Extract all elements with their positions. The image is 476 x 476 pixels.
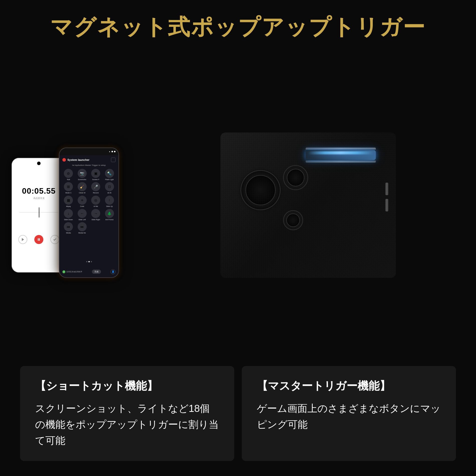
phone2-status-bar: ▲ xyxy=(59,148,118,155)
footer-left: ✓ 应用至其他应用程序 xyxy=(62,270,82,273)
card-trigger-title: 【マスタートリガー機能】 xyxy=(257,379,441,393)
list-item[interactable]: ⊡ de AI xyxy=(103,182,116,194)
slide-right-icon: → xyxy=(91,209,100,218)
list-item[interactable]: ⊞ Mode C xyxy=(62,182,75,194)
phone1-notch xyxy=(37,162,41,165)
launcher-panel: System launcher he top/bottom Master Tri… xyxy=(59,155,118,277)
mode-c-label: Mode C xyxy=(65,192,72,194)
card-shortcut: 【ショートカット機能】 スクリーンショット、ライトなど18個の機能をポップアップ… xyxy=(20,366,234,461)
phones-area: 00:05.55 高品質音楽 xyxy=(0,133,130,278)
wifi-icon xyxy=(111,151,113,152)
pause-button[interactable] xyxy=(34,235,43,244)
we-label: nt We xyxy=(93,205,98,207)
slide-up-label: Slide Up xyxy=(106,205,113,207)
phone1-waveform xyxy=(19,205,59,220)
page-dot-2 xyxy=(88,261,90,262)
slide-left-label: Slide Left xyxy=(78,219,86,221)
list-item[interactable]: ⏭ Media Ne xyxy=(76,222,88,234)
list-item[interactable]: ⏮ Media xyxy=(62,222,75,234)
svg-rect-2 xyxy=(39,238,40,241)
page-wrapper: マグネット式ポップアップトリガー 00:05.55 高品質音楽 xyxy=(0,0,476,476)
ant-forest-label: Ant Forest xyxy=(105,219,113,221)
avatar-icon: 👤 xyxy=(110,269,115,274)
null-icon: ⊘ xyxy=(64,169,73,178)
flash-light-label: Flash Light xyxy=(105,179,114,181)
list-item[interactable]: ↑ Slide Up xyxy=(103,196,116,207)
done-button[interactable]: 完成 xyxy=(92,270,101,274)
alipay-label: Alipay xyxy=(66,205,71,207)
card-trigger-body: ゲーム画面上のさまざまなボタンにマッピング可能 xyxy=(257,400,441,432)
media-next-label: Media Ne xyxy=(78,232,86,234)
launcher-footer: ✓ 应用至其他应用程序 完成 👤 xyxy=(59,269,118,274)
clean-m-icon: 🧹 xyxy=(78,182,87,191)
list-item[interactable]: 📷 Screensho xyxy=(76,169,88,181)
status-icons: ▲ xyxy=(109,151,115,152)
list-item[interactable]: ◎ nt We xyxy=(90,196,102,207)
media-prev-label: Media xyxy=(66,232,71,234)
launcher-instruction: he top/bottom Master Trigger to setup xyxy=(61,164,116,166)
svg-marker-0 xyxy=(22,238,24,241)
phone1-subtitle: 高品質音楽 xyxy=(33,197,45,200)
play-button[interactable] xyxy=(18,235,27,244)
slide-up-icon: ↑ xyxy=(105,196,114,205)
check-button[interactable] xyxy=(50,235,59,244)
launcher-corner-button[interactable] xyxy=(111,158,115,162)
media-next-icon: ⏭ xyxy=(78,222,87,231)
page-title: マグネット式ポップアップトリガー xyxy=(50,15,426,39)
list-item[interactable]: 🔦 Flash Light xyxy=(103,169,116,181)
list-item[interactable]: 🎤 Record xyxy=(90,182,102,194)
flash-light-icon: 🔦 xyxy=(105,169,114,178)
list-item[interactable]: ← Slide Left xyxy=(76,209,88,221)
launcher-grid: ⊘ Null 📷 Screensho ▣ Screen F 🔦 xyxy=(61,169,116,234)
ai-icon: ⊡ xyxy=(105,182,114,191)
mode-c-icon: ⊞ xyxy=(64,182,73,191)
list-item[interactable]: ⊘ Null xyxy=(62,169,75,181)
page-indicators xyxy=(59,261,118,262)
svg-rect-3 xyxy=(220,133,396,278)
screen-f-label: Screen F xyxy=(92,179,99,181)
slide-left-icon: ← xyxy=(78,209,87,218)
list-item[interactable]: ▣ Screen F xyxy=(90,169,102,181)
phone1-time: 00:05.55 xyxy=(22,186,56,196)
record-icon: 🎤 xyxy=(91,182,100,191)
code-label: Code xyxy=(80,205,84,207)
clean-m-label: Clean M xyxy=(79,192,85,194)
record-label: Record xyxy=(93,192,99,194)
phone1: 00:05.55 高品質音楽 xyxy=(11,158,66,273)
phone2: ▲ System launcher he top/bottom Master T… xyxy=(59,148,119,278)
list-item[interactable]: ▦ Alipay xyxy=(62,196,75,207)
card-trigger: 【マスタートリガー機能】 ゲーム画面上のさまざまなボタンにマッピング可能 xyxy=(242,366,456,461)
ai-label: de AI xyxy=(107,192,111,194)
battery-icon xyxy=(114,151,115,152)
null-label: Null xyxy=(67,179,70,181)
screenshot-icon: 📷 xyxy=(78,169,87,178)
alipay-icon: ▦ xyxy=(64,196,73,205)
page-dot-1 xyxy=(86,261,87,262)
middle-section: 00:05.55 高品質音楽 xyxy=(0,54,476,356)
slide-down-label: Slide Down xyxy=(64,219,73,221)
waveform-cursor xyxy=(39,207,39,217)
screenshot-label: Screensho xyxy=(78,179,86,181)
hardware-visual xyxy=(220,133,396,278)
phone1-controls xyxy=(18,235,59,244)
card-shortcut-body: スクリーンショット、ライトなど18個の機能をポップアップトリガーに割り当て可能 xyxy=(35,400,219,448)
bottom-section: 【ショートカット機能】 スクリーンショット、ライトなど18個の機能をポップアップ… xyxy=(0,356,476,476)
list-item[interactable]: ↓ Slide Down xyxy=(62,209,75,221)
grid-overlay xyxy=(220,133,396,278)
page-dot-3 xyxy=(91,261,92,262)
launcher-title: System launcher xyxy=(67,158,89,161)
list-item[interactable]: → Slide Right xyxy=(90,209,102,221)
list-item[interactable]: ≡ Code xyxy=(76,196,88,207)
list-item-empty xyxy=(90,222,102,234)
launcher-app-icon xyxy=(62,158,66,162)
list-item[interactable]: 🌲 Ant Forest xyxy=(103,209,116,221)
screen-f-icon: ▣ xyxy=(91,169,100,178)
media-prev-icon: ⏮ xyxy=(64,222,73,231)
list-item[interactable]: 🧹 Clean M xyxy=(76,182,88,194)
launcher-header: System launcher xyxy=(61,158,116,162)
slide-right-label: Slide Right xyxy=(91,219,100,221)
footer-text: 应用至其他应用程序 xyxy=(66,271,82,273)
hardware-area xyxy=(140,128,476,283)
svg-rect-1 xyxy=(38,238,39,241)
footer-check-icon: ✓ xyxy=(62,270,65,273)
